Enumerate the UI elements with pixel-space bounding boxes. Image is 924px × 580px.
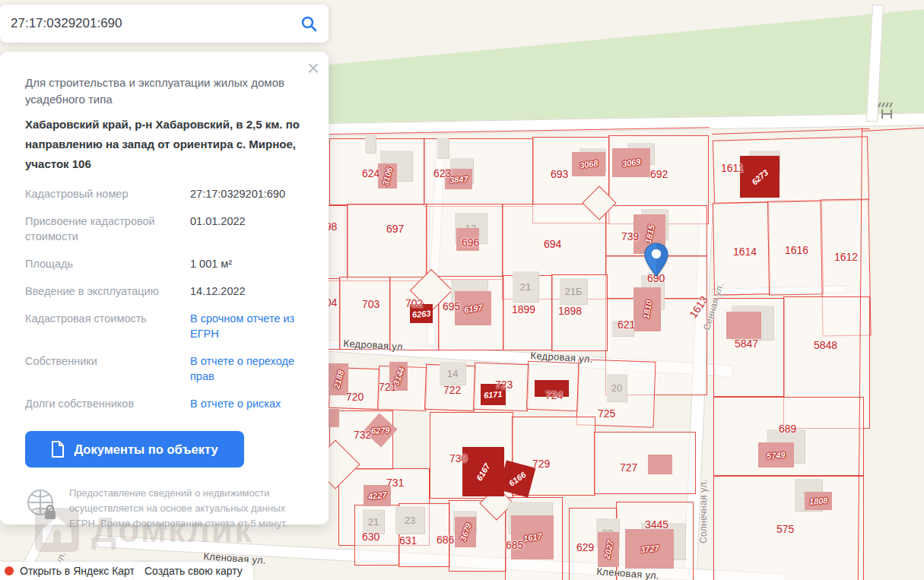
parcel-number: 629 <box>576 541 594 553</box>
detail-label: Долги собственников <box>25 396 190 411</box>
detail-link[interactable]: В отчете о рисках <box>190 396 304 411</box>
parcel-number: 703 <box>362 298 379 310</box>
detail-label: Введение в эксплуатацию <box>25 284 190 299</box>
selected-parcel-marker[interactable] <box>643 242 670 278</box>
parcel-number: 693 <box>551 168 568 180</box>
parcel-number: 697 <box>386 223 404 235</box>
detail-link[interactable]: В срочном отчете из ЕГРН <box>190 311 304 341</box>
building-number: 6167 <box>475 461 492 482</box>
building: 23 <box>395 506 424 534</box>
building-number: 4227 <box>367 490 387 501</box>
parcel-number: 624 <box>362 167 379 179</box>
building-number: 1808 <box>808 496 827 506</box>
building <box>437 138 449 158</box>
search-input[interactable] <box>0 16 295 31</box>
detail-row: Площадь1 001 м² <box>25 256 319 271</box>
parcel-number: 631 <box>399 534 417 547</box>
forest-area <box>323 0 924 133</box>
building-number: 2188 <box>332 369 345 390</box>
building: 20 <box>607 374 627 401</box>
boundary-line <box>712 128 870 135</box>
building-number: 6171 <box>484 389 503 400</box>
parcel-number: 722 <box>443 384 461 396</box>
building <box>365 135 376 153</box>
parcel-number: 725 <box>598 407 615 420</box>
parcel-number: 1898 <box>558 305 582 317</box>
info-panel: × Для строительства и эксплуатации жилых… <box>0 52 329 525</box>
parcel-number: 721 <box>379 381 396 393</box>
building: 14 <box>440 362 465 385</box>
parcel-number: 724 <box>545 389 563 401</box>
building-number: 1617 <box>522 531 542 543</box>
detail-label: Присвоение кадастровой стоимости <box>25 214 190 244</box>
building-number: 3069 <box>621 157 641 168</box>
detail-row: Введение в эксплуатацию14.12.2022 <box>25 284 319 299</box>
egrn-globe-lock-icon <box>25 486 59 524</box>
building: 21Б <box>560 278 587 304</box>
parcel-number: 731 <box>386 477 404 489</box>
egrn-disclaimer: Предоставление сведений о недвижимости о… <box>25 486 319 531</box>
create-your-map-label: Создать свою карту <box>144 565 243 577</box>
detail-value: 14.12.2022 <box>190 284 304 299</box>
parcel-number: 730 <box>449 452 467 464</box>
parcel-number: 686 <box>437 534 454 546</box>
building-number: 6166 <box>507 470 528 488</box>
detail-label: Площадь <box>25 256 190 271</box>
parcel-number: 720 <box>346 391 364 403</box>
create-your-map-link[interactable]: Создать свою карту <box>134 562 253 580</box>
search-button[interactable] <box>295 14 329 33</box>
detail-label: Собственники <box>25 353 190 384</box>
parcel-number: 702 <box>405 297 423 309</box>
building-number: 2027 <box>602 540 615 559</box>
building <box>726 312 761 339</box>
building-number: 23 <box>405 515 415 526</box>
detail-row: СобственникиВ отчете о переходе прав <box>25 353 319 384</box>
building-number: 3727 <box>640 544 659 554</box>
documents-button[interactable]: Документы по объекту <box>25 431 244 467</box>
building-number: 6197 <box>463 303 483 314</box>
parcel-number: 689 <box>779 423 796 435</box>
building-number: 5749 <box>767 450 786 461</box>
parcel-number: 685 <box>506 539 523 551</box>
parcel-number: 1611 <box>721 162 744 174</box>
boundary-line <box>862 128 924 132</box>
building: 1617 <box>511 515 554 559</box>
building-number: 3679 <box>458 521 473 542</box>
parcel-number: 5847 <box>735 338 758 350</box>
parcel-number: 3445 <box>645 518 668 531</box>
detail-value: 1 001 м² <box>190 256 304 271</box>
parcel[interactable] <box>347 204 427 281</box>
detail-link[interactable]: В отчете о переходе прав <box>190 353 304 384</box>
detail-value: 01.01.2022 <box>190 214 304 244</box>
disclaimer-text: Предоставление сведений о недвижимости о… <box>69 486 297 531</box>
building-number: 21Б <box>565 286 583 297</box>
detail-row: Долги собственниковВ отчете о рисках <box>25 396 319 411</box>
details-list: Кадастровый номер27:17:0329201:690Присво… <box>25 186 319 411</box>
building: 3068 <box>572 152 605 176</box>
detail-row: Присвоение кадастровой стоимости01.01.20… <box>25 214 319 244</box>
building-number: 20 <box>611 382 622 394</box>
building: 1808 <box>805 492 832 510</box>
building: 3727 <box>625 529 674 569</box>
detail-label: Кадастровая стоимость <box>25 311 190 341</box>
building-number: 3068 <box>579 158 599 170</box>
building: 6273 <box>740 156 780 198</box>
building-number: 6279 <box>370 425 389 435</box>
building: 3106 <box>378 163 397 189</box>
building: 1810 <box>633 287 661 331</box>
building-number: 6263 <box>411 309 430 319</box>
parcel-number: 1612 <box>834 251 858 263</box>
open-in-yandex-maps-label: Открыть в Яндекс Картах <box>20 565 146 577</box>
detail-value: 27:17:0329201:690 <box>190 186 304 201</box>
building-number: 21 <box>520 281 531 293</box>
building-number: 14 <box>447 368 458 379</box>
street-label: Солнечная ул. <box>698 480 709 544</box>
parcel-number: 5848 <box>814 339 837 351</box>
detail-label: Кадастровый номер <box>25 186 190 201</box>
parcel-number: 621 <box>618 319 635 331</box>
close-icon[interactable]: × <box>307 58 319 79</box>
parcel-number: 1899 <box>512 303 535 315</box>
parcel[interactable] <box>594 432 696 494</box>
search-bar <box>0 5 329 43</box>
open-in-yandex-maps-link[interactable]: Открыть в Яндекс Картах <box>0 562 157 580</box>
